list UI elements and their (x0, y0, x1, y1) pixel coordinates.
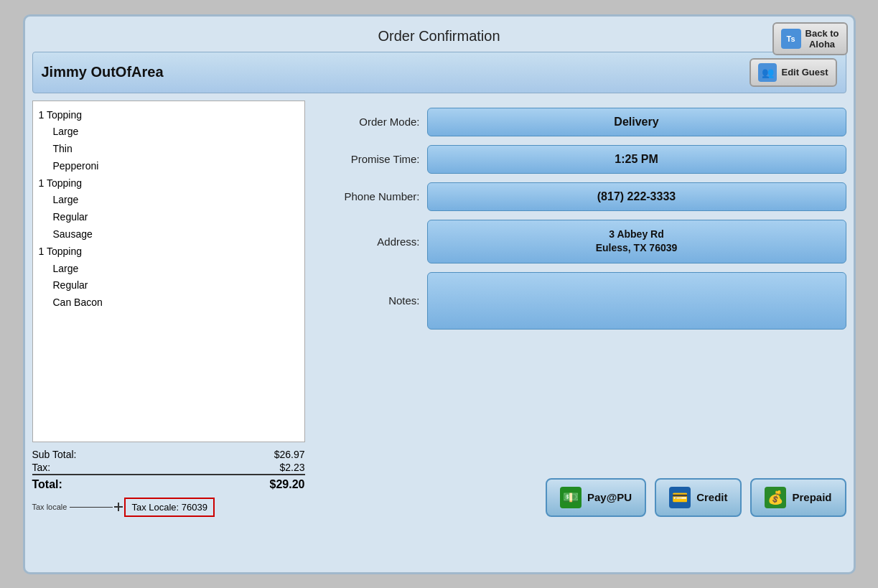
prepaid-icon: 💰 (765, 487, 786, 508)
totals-section: Sub Total: $26.97 Tax: $2.23 Total: $29.… (32, 442, 305, 495)
list-item: 1 Topping (39, 107, 299, 124)
address-line1: 3 Abbey Rd (609, 228, 664, 240)
edit-guest-icon: 👥 (758, 63, 777, 82)
list-item: Regular (39, 209, 299, 226)
total-row: Total: $29.20 (32, 474, 305, 492)
main-container: Order Confirmation Ts Back to Aloha Jimm… (23, 14, 856, 574)
back-button-label: Back to Aloha (805, 28, 839, 50)
address-line2: Euless, TX 76039 (596, 242, 678, 253)
tax-locale-label: Tax locale (32, 503, 67, 511)
tax-value: $2.23 (279, 462, 304, 473)
indicator-line (70, 507, 113, 508)
tax-locale-section: Tax locale Tax Locale: 76039 (32, 498, 305, 517)
promise-time-value: 1:25 PM (427, 145, 846, 174)
main-content: 1 ToppingLargeThinPepperoni1 ToppingLarg… (32, 101, 846, 517)
credit-button[interactable]: 💳 Credit (655, 478, 742, 517)
tax-locale-box: Tax Locale: 76039 (124, 498, 215, 517)
subtotal-row: Sub Total: $26.97 (32, 448, 305, 461)
left-panel: 1 ToppingLargeThinPepperoni1 ToppingLarg… (32, 101, 305, 517)
edit-guest-label: Edit Guest (781, 67, 828, 78)
tax-row: Tax: $2.23 (32, 461, 305, 474)
tax-locale-text: Tax Locale: 76039 (131, 502, 207, 513)
total-label: Total: (32, 478, 62, 491)
promise-time-label: Promise Time: (319, 153, 420, 165)
notes-value (427, 272, 846, 330)
pay-label: Pay@PU (587, 491, 632, 503)
list-item: 1 Topping (39, 175, 299, 192)
notes-label: Notes: (319, 294, 420, 307)
guest-header: Jimmy OutOfArea 👥 Edit Guest (32, 52, 846, 93)
list-item: Thin (39, 141, 299, 158)
promise-time-row: Promise Time: 1:25 PM (319, 145, 846, 174)
pay-at-pu-button[interactable]: 💵 Pay@PU (546, 478, 646, 517)
pay-icon: 💵 (560, 487, 582, 508)
subtotal-label: Sub Total: (32, 449, 77, 460)
list-item: Large (39, 123, 299, 141)
address-row: Address: 3 Abbey Rd Euless, TX 76039 (319, 220, 846, 263)
back-to-aloha-button[interactable]: Ts Back to Aloha (772, 22, 848, 55)
list-item: Pepperoni (39, 158, 299, 175)
order-list: 1 ToppingLargeThinPepperoni1 ToppingLarg… (32, 101, 305, 442)
list-item: Large (39, 192, 299, 209)
subtotal-value: $26.97 (274, 449, 305, 460)
edit-guest-button[interactable]: 👥 Edit Guest (749, 58, 836, 87)
order-mode-value: Delivery (427, 108, 846, 136)
order-mode-row: Order Mode: Delivery (319, 108, 846, 136)
credit-icon: 💳 (669, 487, 691, 508)
total-value: $29.20 (270, 478, 305, 491)
page-title: Order Confirmation (32, 24, 846, 52)
order-mode-label: Order Mode: (319, 116, 420, 128)
bottom-buttons: 💵 Pay@PU 💳 Credit 💰 Prepaid (319, 471, 846, 517)
list-item: Large (39, 261, 299, 278)
crosshair-icon (114, 503, 123, 511)
credit-label: Credit (696, 491, 727, 503)
list-item: Can Bacon (39, 294, 299, 312)
list-item: Regular (39, 277, 299, 294)
phone-number-row: Phone Number: (817) 222-3333 (319, 182, 846, 211)
tax-label: Tax: (32, 462, 51, 473)
prepaid-label: Prepaid (792, 491, 831, 503)
phone-number-value: (817) 222-3333 (427, 182, 846, 211)
phone-number-label: Phone Number: (319, 190, 420, 202)
prepaid-button[interactable]: 💰 Prepaid (750, 478, 846, 517)
list-item: 1 Topping (39, 243, 299, 261)
guest-name: Jimmy OutOfArea (42, 64, 164, 80)
back-icon: Ts (781, 29, 801, 49)
right-panel: Order Mode: Delivery Promise Time: 1:25 … (319, 101, 846, 517)
notes-row: Notes: (319, 272, 846, 330)
list-item: Sausage (39, 226, 299, 243)
address-label: Address: (319, 235, 420, 248)
address-value: 3 Abbey Rd Euless, TX 76039 (427, 220, 846, 263)
